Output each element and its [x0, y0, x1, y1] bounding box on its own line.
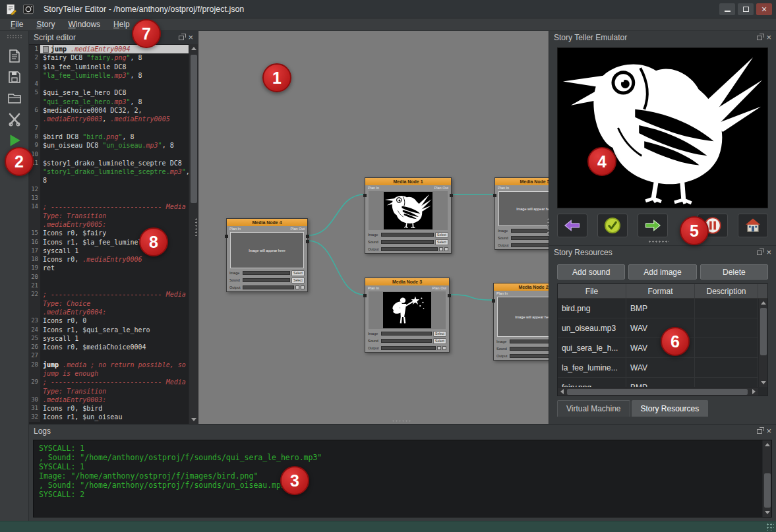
- scroll-up-icon[interactable]: [189, 44, 198, 53]
- output-port[interactable]: [450, 194, 453, 197]
- splitter-handle[interactable]: [648, 240, 669, 243]
- code-line: Type: Choice: [29, 299, 189, 308]
- undock-icon[interactable]: [757, 36, 762, 40]
- menu-help[interactable]: Help: [107, 20, 136, 29]
- select-button[interactable]: Select: [435, 239, 448, 245]
- script-editor-panel: Script editor 1jump .mediaEntry00042$fai…: [29, 31, 198, 424]
- home-icon: [744, 216, 762, 235]
- select-button[interactable]: Select: [433, 331, 446, 337]
- output-port[interactable]: [306, 235, 309, 238]
- log-line: , Sound: "/home/anthony/ostproj/f/sounds…: [39, 481, 766, 490]
- resource-row[interactable]: bird.pngBMP: [558, 299, 758, 318]
- select-button[interactable]: Select: [291, 270, 305, 276]
- logs-scrollbar[interactable]: [762, 440, 771, 517]
- graph-node[interactable]: Media Node 3Plan InPlan OutImageSelectSo…: [365, 278, 450, 353]
- cut-icon[interactable]: [4, 109, 25, 129]
- splitter-handle[interactable]: [547, 218, 550, 236]
- back-button[interactable]: [557, 214, 587, 237]
- log-line: SYSCALL: 1: [39, 462, 766, 471]
- code-line: "la_fee_luminelle.mp3", 8: [29, 71, 189, 80]
- code-line: 23Icons r0, 0: [29, 316, 189, 325]
- annotation-badge-3: 3: [280, 466, 309, 495]
- status-bar: [0, 521, 776, 532]
- new-script-icon[interactable]: [4, 46, 25, 66]
- save-icon[interactable]: [4, 67, 25, 87]
- code-line: 21: [29, 281, 189, 290]
- input-port[interactable]: [493, 194, 496, 197]
- resource-row[interactable]: la_fee_lumine...WAV: [558, 358, 758, 378]
- resize-grip-icon[interactable]: [766, 523, 774, 531]
- undock-icon[interactable]: [757, 429, 762, 434]
- input-port[interactable]: [225, 235, 228, 238]
- toolbar-grip[interactable]: [7, 34, 22, 39]
- log-output[interactable]: SYSCALL: 1, Sound: "/home/anthony/ostpro…: [33, 440, 772, 517]
- code-line: .mediaEntry0005:: [29, 220, 189, 229]
- log-line: SYSCALL: 2: [39, 490, 766, 499]
- validate-button[interactable]: [597, 214, 628, 237]
- logs-panel: Logs SYSCALL: 1, Sound: "/home/anthony/o…: [29, 424, 776, 521]
- right-panel: Story Teller Emulator Story Resources: [549, 31, 776, 424]
- column-header-description[interactable]: Description: [695, 284, 758, 298]
- output-port[interactable]: [448, 294, 451, 297]
- code-line: 5$qui_sera_le_hero DC8: [29, 88, 189, 97]
- resources-buttons: Add soundAdd imageDelete: [557, 264, 768, 280]
- app-icon: [21, 2, 36, 16]
- logs-header: Logs: [29, 425, 776, 438]
- tab-story-resources[interactable]: Story Resources: [632, 400, 709, 417]
- scroll-down-icon[interactable]: [189, 415, 198, 424]
- close-panel-icon[interactable]: [766, 34, 771, 41]
- resource-row[interactable]: un_oiseau.mp3WAV: [558, 318, 758, 338]
- table-body: bird.pngBMPun_oiseau.mp3WAVqui_sera_le_h…: [558, 299, 758, 396]
- close-panel-icon[interactable]: [766, 428, 771, 434]
- node-image-preview: Image will appear here: [498, 191, 549, 226]
- emulator-controls: [557, 214, 768, 237]
- table-vertical-scrollbar[interactable]: [758, 299, 767, 387]
- scrollbar-thumb[interactable]: [191, 55, 197, 203]
- close-button[interactable]: [756, 3, 772, 15]
- close-panel-icon[interactable]: [188, 34, 193, 41]
- close-panel-icon[interactable]: [766, 249, 771, 256]
- splitter-handle[interactable]: [194, 218, 198, 236]
- graph-node[interactable]: Media Node 2Plan InPlan OutImage will ap…: [493, 283, 549, 361]
- home-button[interactable]: [738, 214, 768, 237]
- delete-button[interactable]: Delete: [700, 264, 768, 280]
- output-port[interactable]: [306, 240, 309, 243]
- code-line: 1jump .mediaEntry0004: [29, 45, 189, 53]
- tab-virtual-machine[interactable]: Virtual Machine: [557, 400, 630, 417]
- menu-file[interactable]: File: [4, 20, 30, 29]
- column-header-file[interactable]: File: [558, 284, 626, 298]
- menu-windows[interactable]: Windows: [61, 20, 107, 29]
- open-folder-icon[interactable]: [4, 88, 25, 108]
- menu-story[interactable]: Story: [30, 20, 61, 29]
- table-horizontal-scrollbar[interactable]: [558, 387, 758, 396]
- input-port[interactable]: [363, 194, 367, 197]
- add-sound-button[interactable]: Add sound: [557, 264, 625, 280]
- undock-icon[interactable]: [179, 36, 184, 40]
- code-line: 32Icons r1, $un_oiseau: [29, 413, 189, 421]
- add-image-button[interactable]: Add image: [628, 264, 696, 280]
- node-graph-canvas[interactable]: Media Node 4Plan InPlan OutImage will ap…: [198, 31, 549, 424]
- forward-button[interactable]: [638, 214, 668, 237]
- graph-node[interactable]: Media Node 1Plan InPlan OutImageSelectSo…: [365, 177, 452, 254]
- column-header-format[interactable]: Format: [626, 284, 695, 298]
- undock-icon[interactable]: [757, 251, 762, 255]
- graph-node[interactable]: Media Node 4Plan InPlan OutImage will ap…: [226, 218, 308, 292]
- minimize-button[interactable]: [719, 3, 735, 15]
- select-button[interactable]: Select: [435, 232, 448, 238]
- code-line: 18Icons r0, .mediaEntry0006: [29, 255, 189, 264]
- code-line: .mediaEntry0003, .mediaEntry0005: [29, 115, 189, 123]
- code-line: 25syscall 1: [29, 334, 189, 343]
- maximize-button[interactable]: [738, 3, 754, 15]
- code-line: "story1_drako_luminelle_sceptre.mp3",: [29, 167, 189, 176]
- select-button[interactable]: Select: [433, 338, 446, 344]
- code-line: 8$bird DC8 "bird.png", 8: [29, 133, 189, 141]
- window-controls: [719, 3, 772, 15]
- input-port[interactable]: [363, 294, 367, 297]
- graph-node[interactable]: Media Node 5Plan InPlan OutImage will ap…: [494, 177, 549, 250]
- input-port[interactable]: [492, 299, 495, 303]
- code-line: 6$mediaChoice0004 DC32, 2,: [29, 106, 189, 115]
- resource-row[interactable]: qui_sera_le_h...WAV: [558, 338, 758, 358]
- select-button[interactable]: Select: [291, 278, 305, 283]
- resources-header: Story Resources: [549, 246, 776, 259]
- splitter-handle[interactable]: [392, 419, 411, 423]
